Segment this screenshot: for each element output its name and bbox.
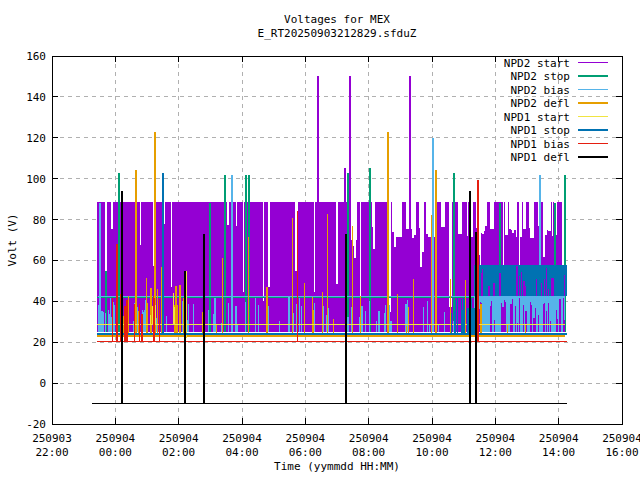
band-gap <box>532 202 534 230</box>
y-axis-label: Volt (V) <box>6 214 19 267</box>
band-gap <box>406 202 408 229</box>
band-gap <box>171 202 173 287</box>
band-gap <box>163 202 165 224</box>
legend-label: NPD1 bias <box>510 138 570 151</box>
y-tick-label: 20 <box>33 336 46 349</box>
x-tick-label-date: 250904 <box>285 432 325 445</box>
y-tick-label: 80 <box>33 214 46 227</box>
x-tick-label-date: 250904 <box>159 432 199 445</box>
band-gap <box>227 202 229 225</box>
band-gap <box>516 202 517 236</box>
band-gap <box>373 202 375 249</box>
band-gap <box>111 202 113 229</box>
band-gap <box>396 202 398 237</box>
band-gap <box>428 202 431 228</box>
x-tick-label-time: 04:00 <box>225 446 258 459</box>
band-gap <box>481 202 484 231</box>
x-tick-label-date: 250904 <box>475 432 515 445</box>
band-gap <box>268 202 270 287</box>
band-gap <box>243 202 244 292</box>
band-gap <box>505 202 507 235</box>
legend-label: NPD1 stop <box>510 124 570 137</box>
band-gap <box>547 202 550 229</box>
band-gap <box>356 202 358 239</box>
legend-label: NPD2 bias <box>510 84 570 97</box>
band-gap <box>511 202 514 230</box>
band-gap <box>538 202 539 226</box>
y-tick-label: 40 <box>33 295 46 308</box>
x-tick-label-time: 06:00 <box>289 446 322 459</box>
legend-label: NPD2 stop <box>510 70 570 83</box>
band-gap <box>467 202 468 236</box>
x-tick-label-date: 250904 <box>539 432 579 445</box>
x-tick-label-time: 08:00 <box>352 446 385 459</box>
chart-title: Voltages for MEX <box>284 13 390 26</box>
band-gap <box>530 202 532 237</box>
x-tick-label-date: 250903 <box>32 432 72 445</box>
x-tick-label-time: 22:00 <box>35 446 68 459</box>
band-gap <box>410 202 412 229</box>
y-tick-label: 100 <box>26 173 46 186</box>
band-gap <box>336 202 338 284</box>
y-tick-label: 160 <box>26 50 46 63</box>
chart-subtitle: E_RT20250903212829.sfduZ <box>258 27 417 40</box>
x-axis-label: Time (yymmdd HH:MM) <box>274 460 400 473</box>
band-gap <box>140 202 142 244</box>
band-gap <box>360 202 362 299</box>
band-gap <box>394 202 396 231</box>
legend-label: NPD2 defl <box>510 97 570 110</box>
band-gap <box>552 202 553 236</box>
band-gap <box>460 202 461 231</box>
legend-label: NPD1 defl <box>510 151 570 164</box>
band-gap <box>490 202 492 227</box>
x-tick-label-time: 14:00 <box>542 446 575 459</box>
y-tick-label: 0 <box>39 377 46 390</box>
chart-canvas: Voltages for MEXE_RT20250903212829.sfduZ… <box>0 0 640 480</box>
band-gap <box>422 202 423 252</box>
x-tick-label-date: 250904 <box>412 432 452 445</box>
x-tick-label-time: 00:00 <box>99 446 132 459</box>
y-tick-label: -20 <box>26 418 46 431</box>
x-tick-label-date: 250904 <box>602 432 640 445</box>
band-gap <box>413 202 415 233</box>
band-gap <box>263 202 264 301</box>
band-gap <box>398 202 402 236</box>
x-tick-label-date: 250904 <box>222 432 262 445</box>
band-gap <box>510 202 512 227</box>
band-gap <box>544 202 547 234</box>
band-gap <box>236 202 237 225</box>
legend-label: NPD2 start <box>504 57 570 70</box>
band-gap <box>520 202 523 234</box>
y-tick-label: 60 <box>33 254 46 267</box>
band-gap <box>419 202 422 228</box>
x-tick-label-time: 16:00 <box>605 446 638 459</box>
x-tick-label-time: 12:00 <box>479 446 512 459</box>
x-tick-label-time: 02:00 <box>162 446 195 459</box>
x-tick-label-date: 250904 <box>349 432 389 445</box>
band-gap <box>523 202 525 229</box>
legend-label: NPD1 start <box>504 111 570 124</box>
gnuplot-window: Voltages for MEX Voltages for MEXE_RT202… <box>0 0 640 480</box>
band-gap <box>470 202 472 236</box>
y-tick-label: 140 <box>26 91 46 104</box>
x-tick-label-date: 250904 <box>95 432 135 445</box>
x-tick-label-time: 10:00 <box>415 446 448 459</box>
y-tick-label: 120 <box>26 132 46 145</box>
band-gap <box>314 202 316 292</box>
band-gap <box>441 202 445 227</box>
